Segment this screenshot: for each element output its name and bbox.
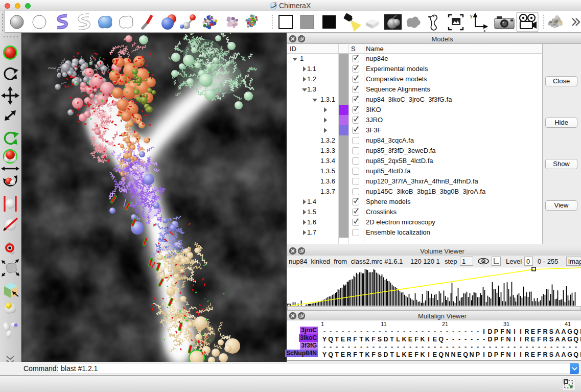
svg-text:x: x — [483, 28, 486, 33]
svg-text:y: y — [470, 13, 473, 18]
svg-text:X: X — [273, 2, 277, 6]
